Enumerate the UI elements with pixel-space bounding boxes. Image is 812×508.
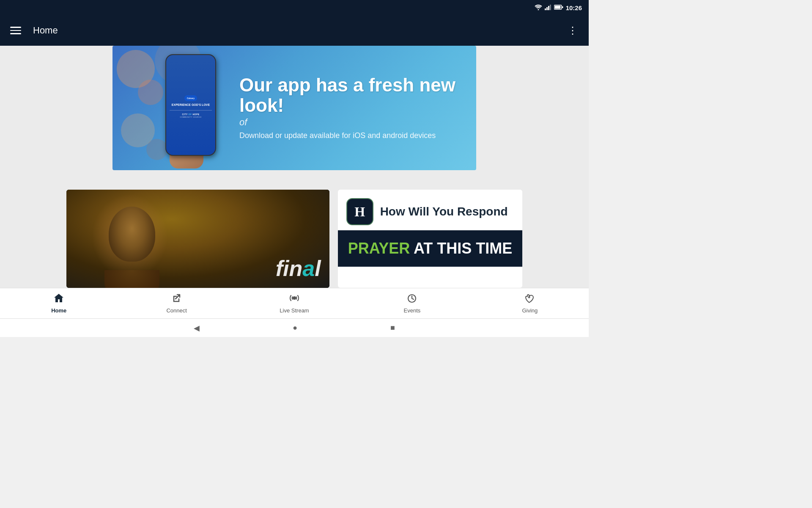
prayer-text-block: PRAYER AT THIS TIME bbox=[348, 240, 513, 257]
bottom-nav: Home Connect Live Stream bbox=[0, 288, 589, 318]
status-time: 10:26 bbox=[566, 4, 582, 11]
top-nav: Home ⋮ bbox=[0, 15, 589, 46]
sermon-header: H How Will You Respond bbox=[338, 190, 523, 230]
phone-body: Calvary EXPERIENCE GOD'S LOVE CITY OF HO… bbox=[165, 54, 216, 156]
community-church: COMMUNITY CHURCH bbox=[180, 116, 201, 118]
hamburger-line bbox=[10, 27, 21, 28]
banner-wrapper: Calvary EXPERIENCE GOD'S LOVE CITY OF HO… bbox=[0, 46, 589, 170]
status-icons: 10:26 bbox=[535, 4, 582, 11]
face-shape bbox=[104, 207, 159, 274]
card-overlay-text: final bbox=[276, 256, 321, 281]
phone-mockup: Calvary EXPERIENCE GOD'S LOVE CITY OF HO… bbox=[163, 54, 222, 164]
prayer-rest: AT THIS TIME bbox=[410, 240, 512, 257]
svg-point-0 bbox=[538, 9, 539, 10]
giving-icon bbox=[524, 293, 536, 306]
sermon-prayer-banner: PRAYER AT THIS TIME bbox=[338, 230, 523, 267]
nav-left: Home bbox=[10, 25, 58, 36]
city-of-hope: CITY OF HOPE bbox=[182, 113, 199, 116]
svg-rect-2 bbox=[546, 7, 548, 10]
church-divider bbox=[170, 110, 212, 113]
svg-rect-7 bbox=[562, 6, 563, 8]
face-oval bbox=[109, 207, 155, 262]
prayer-word: PRAYER bbox=[348, 240, 410, 257]
svg-rect-4 bbox=[550, 5, 551, 10]
back-button[interactable]: ◀ bbox=[194, 323, 200, 333]
svg-rect-3 bbox=[548, 6, 549, 10]
banner-text-block: Our app has a fresh new look! of Downloa… bbox=[239, 75, 459, 141]
sermon-title: How Will You Respond bbox=[380, 204, 508, 219]
signal-icon bbox=[545, 4, 551, 11]
sermon-icon-letter: H bbox=[354, 204, 365, 220]
banner-subtitle: Download or update available for iOS and… bbox=[239, 130, 459, 141]
livestream-label: Live Stream bbox=[280, 307, 309, 314]
status-bar: 10:26 bbox=[0, 0, 589, 15]
phone-screen-label: Calvary bbox=[187, 97, 195, 99]
wifi-icon bbox=[535, 4, 542, 11]
nav-item-giving[interactable]: Giving bbox=[471, 288, 589, 318]
main-content: Calvary EXPERIENCE GOD'S LOVE CITY OF HO… bbox=[0, 46, 589, 288]
sermon-app-icon: H bbox=[346, 198, 373, 225]
hamburger-menu-button[interactable] bbox=[10, 27, 21, 34]
connect-icon bbox=[171, 293, 182, 306]
events-label: Events bbox=[404, 307, 421, 314]
home-button[interactable]: ● bbox=[293, 323, 297, 332]
events-icon bbox=[406, 293, 417, 306]
home-label: Home bbox=[51, 307, 66, 314]
nav-item-livestream[interactable]: Live Stream bbox=[236, 288, 353, 318]
card-sermon[interactable]: H How Will You Respond PRAYER AT THIS TI… bbox=[338, 190, 523, 288]
nav-item-events[interactable]: Events bbox=[353, 288, 471, 318]
banner-of-text: of bbox=[239, 117, 459, 128]
livestream-icon bbox=[288, 293, 300, 306]
battery-icon bbox=[554, 5, 563, 11]
person-background: final bbox=[66, 190, 329, 288]
recent-apps-button[interactable]: ■ bbox=[390, 323, 395, 332]
home-icon bbox=[53, 293, 64, 306]
svg-point-8 bbox=[293, 296, 296, 300]
hamburger-line bbox=[10, 33, 21, 34]
system-nav: ◀ ● ■ bbox=[0, 318, 589, 337]
nav-item-connect[interactable]: Connect bbox=[118, 288, 235, 318]
hamburger-line bbox=[10, 30, 21, 31]
giving-label: Giving bbox=[522, 307, 538, 314]
connect-label: Connect bbox=[166, 307, 187, 314]
phone-screen: Calvary EXPERIENCE GOD'S LOVE CITY OF HO… bbox=[166, 55, 215, 155]
page-title: Home bbox=[33, 25, 58, 36]
neck-area bbox=[104, 270, 159, 288]
cards-section: final H How Will You Respond PRAYER AT T… bbox=[45, 190, 544, 288]
svg-rect-6 bbox=[554, 6, 560, 8]
more-options-button[interactable]: ⋮ bbox=[568, 25, 579, 36]
svg-rect-1 bbox=[545, 8, 546, 10]
nav-item-home[interactable]: Home bbox=[0, 288, 118, 318]
banner-main-headline: Our app has a fresh new look! bbox=[239, 75, 459, 116]
bokeh-circle bbox=[138, 80, 163, 105]
phone-main-text: EXPERIENCE GOD'S LOVE bbox=[172, 103, 210, 107]
promo-banner[interactable]: Calvary EXPERIENCE GOD'S LOVE CITY OF HO… bbox=[112, 46, 476, 170]
dot-letter: a bbox=[302, 256, 315, 281]
card-person[interactable]: final bbox=[66, 190, 329, 288]
